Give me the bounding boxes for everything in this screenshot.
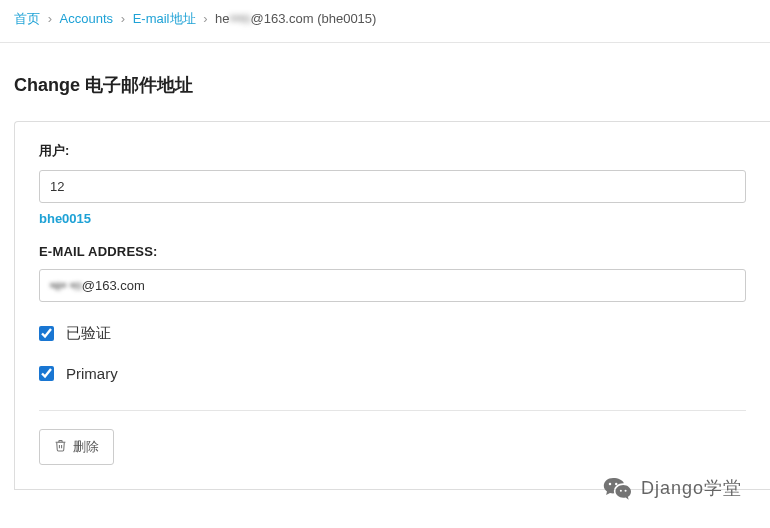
svg-point-3 — [624, 490, 626, 492]
primary-row: Primary — [39, 365, 746, 382]
user-label: 用户: — [39, 142, 746, 160]
form-panel: 用户: bhe0015 E-mail address: •e• •n@163.c… — [14, 121, 770, 490]
breadcrumb-current: he•••n@163.com (bhe0015) — [215, 11, 376, 26]
delete-button[interactable]: 删除 — [39, 429, 114, 465]
svg-point-0 — [609, 483, 611, 485]
breadcrumb-accounts[interactable]: Accounts — [60, 11, 113, 26]
email-field: E-mail address: •e• •n@163.com — [39, 244, 746, 302]
user-helper-link[interactable]: bhe0015 — [39, 211, 91, 226]
watermark: Django学堂 — [603, 474, 742, 502]
trash-icon — [54, 439, 67, 455]
wechat-icon — [603, 474, 631, 502]
user-field: 用户: bhe0015 — [39, 142, 746, 226]
verified-checkbox[interactable] — [39, 326, 54, 341]
primary-label: Primary — [66, 365, 118, 382]
breadcrumb-sep: › — [48, 11, 52, 26]
svg-point-2 — [620, 490, 622, 492]
email-input[interactable]: •e• •n@163.com — [39, 269, 746, 302]
watermark-text: Django学堂 — [641, 476, 742, 500]
user-input[interactable] — [39, 170, 746, 203]
breadcrumb-sep: › — [203, 11, 207, 26]
page-title: Change 电子邮件地址 — [0, 43, 770, 103]
actions-bar: 删除 — [39, 410, 746, 465]
breadcrumb-sep: › — [121, 11, 125, 26]
breadcrumb-email-list[interactable]: E-mail地址 — [133, 11, 196, 26]
verified-label: 已验证 — [66, 324, 111, 343]
delete-button-label: 删除 — [73, 438, 99, 456]
breadcrumb-home[interactable]: 首页 — [14, 11, 40, 26]
email-label: E-mail address: — [39, 244, 746, 259]
svg-point-1 — [615, 483, 617, 485]
verified-row: 已验证 — [39, 324, 746, 343]
breadcrumb: 首页 › Accounts › E-mail地址 › he•••n@163.co… — [0, 0, 770, 43]
primary-checkbox[interactable] — [39, 366, 54, 381]
